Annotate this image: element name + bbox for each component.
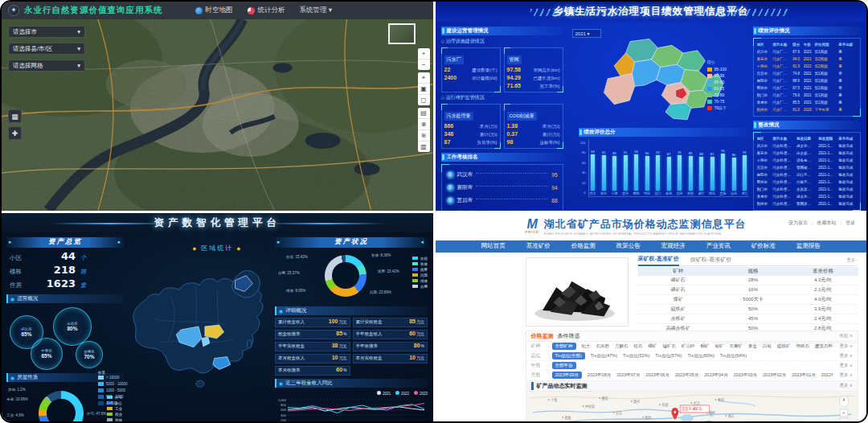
map-tool-button[interactable]: ▣ bbox=[418, 84, 430, 95]
filter-chip[interactable]: 2023年04月 bbox=[704, 372, 727, 378]
filter-more-link[interactable]: 更多 ∨ bbox=[839, 343, 853, 349]
filter-chip[interactable]: 2023年01月 bbox=[792, 372, 815, 378]
map-region[interactable] bbox=[632, 60, 660, 86]
nav-item[interactable]: 时空地图 bbox=[195, 6, 233, 15]
bar-column[interactable]: 91潜江 bbox=[741, 150, 749, 196]
map-tool-button[interactable]: ⊕ bbox=[418, 119, 430, 130]
filter-chip[interactable]: 2023年08月 bbox=[588, 372, 611, 378]
filter-chip[interactable]: 黄金 bbox=[748, 343, 757, 349]
tabs-more-link[interactable]: 更多-- bbox=[846, 257, 858, 263]
table-row[interactable]: 荆门市污水处理…水质异…2021-1…整改完成 bbox=[757, 186, 857, 193]
table-row[interactable]: 孝感市污水厂…85.52021第1周期是 bbox=[757, 99, 857, 106]
filter-chip[interactable]: 2023年05月 bbox=[675, 372, 698, 378]
header-link[interactable]: 设为首页 bbox=[788, 220, 808, 227]
filter-chip[interactable]: 磷矿 bbox=[649, 343, 657, 349]
filter-chip[interactable]: 2022年12月 bbox=[821, 372, 833, 378]
map-tool-button[interactable]: ⌖ bbox=[418, 72, 430, 84]
nav-item[interactable]: 系统管理 ▾ bbox=[300, 6, 333, 15]
price-tab[interactable]: 探矿权-基准矿价 bbox=[690, 254, 731, 265]
filter-chip[interactable]: Ti+品位(57%) bbox=[655, 353, 682, 359]
ranking-row[interactable]: 1武汉市95 bbox=[447, 168, 558, 181]
table-row[interactable]: 十堰市污水处理…设备老…2021-1…整改完成 bbox=[757, 157, 857, 164]
bar-column[interactable]: 87随州 bbox=[708, 152, 716, 196]
map-tool-button[interactable]: ▥ bbox=[418, 142, 430, 152]
table-row[interactable]: 十堰市污水厂…91.92021第2周期是 bbox=[757, 63, 857, 70]
table-row[interactable]: 襄阳市污水处理…运行不…2021-1…整改完成 bbox=[757, 171, 857, 179]
map-tool-button[interactable]: − bbox=[418, 60, 430, 70]
table-row[interactable]: 荆州市污水处理…管网淤…2021-1…整改完成 bbox=[757, 200, 857, 207]
map-tool-button[interactable]: ≋ bbox=[418, 130, 430, 142]
filter-chip[interactable]: Ti+品位(47%) bbox=[591, 353, 617, 359]
table-row[interactable]: 鄂州市污水厂…67.52021第1周期否 bbox=[757, 84, 857, 92]
table-row[interactable]: 孝感市污水处理…进水浓…2021-1…整改完成 bbox=[757, 193, 857, 200]
filter-collapse-link[interactable]: 收起 ∧ bbox=[839, 333, 853, 339]
filter-chip[interactable]: 锰矿石 bbox=[663, 343, 677, 349]
nav-item[interactable]: 宏观经济 bbox=[661, 242, 686, 250]
filter-chip[interactable]: 银矿 bbox=[715, 343, 724, 349]
filter-chip[interactable]: Ti+品位(64%) bbox=[720, 353, 747, 359]
ranking-row[interactable]: 2襄阳市94 bbox=[447, 181, 558, 194]
hubei-monitor-map[interactable]: 十堰神农架襄阳随州孝感武汉黄冈鄂州黄石咸宁荆州宜昌恩施 宜昌市·磷矿石 + − bbox=[526, 392, 858, 422]
region-select[interactable]: 请选择网格▾ bbox=[8, 60, 85, 72]
table-row[interactable]: 襄阳市污水厂…88.62021第1周期是 bbox=[757, 77, 857, 84]
filter-chip[interactable]: 石灰岩 bbox=[596, 343, 610, 349]
table-row[interactable]: 宜昌市污水处理…管网破…2021-1…整改完成 bbox=[757, 164, 857, 171]
filter-chip[interactable]: 明矾石 bbox=[796, 343, 810, 349]
bar-column[interactable]: 89十堰 bbox=[611, 151, 619, 196]
filter-chip[interactable]: 白银 bbox=[763, 343, 772, 349]
satellite-map[interactable]: 请选择市▾请选择县/市/区▾请选择网格▾ ▦✚ +−⌖▣◻▤⊕≋▥ bbox=[2, 19, 433, 211]
filter-chip[interactable]: 硫铁矿 bbox=[777, 343, 791, 349]
table-row[interactable]: 荆州市污水厂…81.02020下半年度是 bbox=[757, 106, 857, 113]
table-row[interactable]: 硫铁矿50%3.9元/吨 bbox=[638, 304, 859, 314]
map-region[interactable] bbox=[604, 73, 634, 104]
table-row[interactable]: 荆门市污水厂…79.62021第1周期是 bbox=[757, 92, 857, 99]
bar-column[interactable]: 95恩施 bbox=[719, 149, 727, 196]
filter-chip[interactable]: 铜矿 bbox=[701, 343, 710, 349]
ranking-row[interactable]: 4黄冈市82 bbox=[447, 207, 558, 211]
bar-column[interactable]: 86仙桃 bbox=[730, 153, 738, 196]
map-region[interactable] bbox=[656, 64, 684, 85]
map-side-button[interactable]: ✚ bbox=[8, 126, 22, 140]
header-link[interactable]: 收藏本站 bbox=[817, 220, 836, 227]
nav-item[interactable]: 价格监测 bbox=[571, 242, 596, 250]
filter-chip[interactable]: 硅石 bbox=[634, 343, 643, 349]
filter-chip-active[interactable]: 全部年份 bbox=[552, 362, 576, 369]
nav-item[interactable]: 矿价标准 bbox=[751, 242, 776, 250]
table-row[interactable]: 武汉市污水处理…进水浓…2021-1…整改完成 bbox=[757, 142, 857, 150]
map-tool-button[interactable]: + bbox=[418, 48, 430, 60]
filter-chip[interactable]: 2023年02月 bbox=[763, 372, 786, 378]
bar-column[interactable]: 93武汉 bbox=[589, 150, 597, 196]
overview-minimap[interactable] bbox=[388, 23, 416, 44]
filter-chip[interactable]: 方解石 bbox=[615, 343, 628, 349]
filter-chip[interactable]: 建筑石料 bbox=[815, 343, 833, 349]
nav-item[interactable]: 基准矿价 bbox=[526, 242, 551, 250]
bar-column[interactable]: 94襄阳 bbox=[633, 150, 641, 196]
bar-column[interactable]: 92黄石 bbox=[600, 150, 608, 196]
map-tool-button[interactable]: ▤ bbox=[418, 108, 430, 119]
china-map[interactable] bbox=[122, 252, 273, 401]
nav-item[interactable]: 统计分析 bbox=[248, 6, 285, 15]
filter-more-link[interactable]: 更多 ∨ bbox=[839, 353, 853, 359]
table-row[interactable]: 武汉市污水厂…87.92021第1周期是 bbox=[757, 48, 857, 55]
nav-item[interactable]: 政策公告 bbox=[616, 242, 641, 250]
bar-column[interactable]: 92荆门 bbox=[654, 150, 662, 196]
table-row[interactable]: 煤矿5000大卡4.0元/吨 bbox=[638, 294, 859, 304]
bar-column[interactable]: 91宜昌 bbox=[621, 150, 629, 196]
filter-chip[interactable]: Ti+品位(52%) bbox=[623, 353, 649, 359]
filter-chip-active[interactable]: 全部矿种 bbox=[552, 343, 576, 350]
region-select[interactable]: 请选择县/市/区▾ bbox=[8, 43, 85, 55]
table-row[interactable]: 鄂州市污水处理…台账不…2021-1…整改完成 bbox=[757, 179, 857, 186]
filter-chip[interactable]: 2023年07月 bbox=[616, 372, 640, 378]
filter-chip-active[interactable]: Ti+品位(全部) bbox=[552, 352, 585, 359]
table-row[interactable]: 黄石市污水厂…94.02021第2周期是 bbox=[757, 55, 857, 63]
table-row[interactable]: 宜昌市污水厂…74.82021第1周期否 bbox=[757, 70, 857, 77]
bar-column[interactable]: 91荆州 bbox=[676, 150, 684, 196]
table-row[interactable]: 黄石市污水处理…出水超…2021-1…整改完成 bbox=[757, 150, 857, 157]
nav-item[interactable]: 产业资讯 bbox=[706, 242, 731, 250]
bar-column[interactable]: 90鄂州 bbox=[643, 151, 651, 196]
nav-item[interactable]: 网站首页 bbox=[481, 242, 506, 250]
table-row[interactable]: 磷矿石28%4.3元/吨 bbox=[638, 276, 859, 285]
filter-chip[interactable]: 铝土 bbox=[582, 343, 591, 349]
table-row[interactable]: 磷矿石16%2.1元/吨 bbox=[638, 285, 859, 294]
bar-column[interactable]: 89黄冈 bbox=[686, 151, 694, 196]
